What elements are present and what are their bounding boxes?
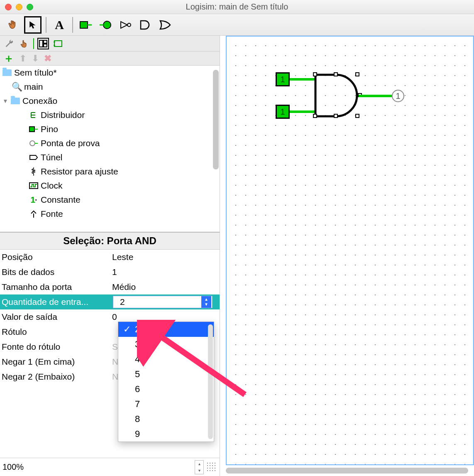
- dropdown-option[interactable]: 7: [118, 397, 214, 412]
- splitter-icon: [29, 111, 38, 119]
- selection-handle[interactable]: [334, 114, 338, 118]
- property-row-number-of-inputs[interactable]: Quantidade de entra... 2 ▲▼: [0, 294, 220, 309]
- selection-handle[interactable]: [355, 72, 359, 76]
- power-icon: [29, 210, 38, 218]
- svg-rect-8: [54, 41, 62, 47]
- tree-item-probe[interactable]: Ponta de prova: [0, 136, 220, 150]
- wire[interactable]: [359, 95, 392, 97]
- svg-point-2: [103, 21, 111, 29]
- wrench-icon[interactable]: [3, 38, 15, 49]
- zoom-value[interactable]: 100%: [2, 462, 24, 472]
- zoom-spinner[interactable]: ▴▾: [195, 460, 204, 474]
- and-gate-tool[interactable]: [137, 16, 154, 34]
- canvas-scrollbar[interactable]: [226, 468, 468, 474]
- edit-tools: ＋ ⬆ ⬇ ✖: [0, 52, 220, 66]
- library-node[interactable]: ▼ Conexão: [0, 94, 220, 108]
- property-row[interactable]: Tamanho da porta Médio: [0, 280, 220, 294]
- toolbar-separator: [46, 17, 46, 33]
- tree-item-label: Pino: [41, 124, 58, 134]
- selection-handle[interactable]: [313, 72, 317, 76]
- poke-tool[interactable]: [4, 16, 22, 34]
- tree-item-clock[interactable]: Clock: [0, 179, 220, 193]
- property-value[interactable]: Leste: [112, 252, 220, 262]
- property-value[interactable]: 1: [112, 267, 220, 277]
- tree-item-label: Constante: [41, 195, 81, 205]
- output-pin-tool[interactable]: [97, 16, 115, 34]
- pin-value: 1: [280, 75, 285, 84]
- text-tool[interactable]: A: [51, 16, 68, 34]
- resize-grip-icon[interactable]: [206, 462, 217, 473]
- tree-item-pin[interactable]: Pino: [0, 122, 220, 136]
- select-tool[interactable]: [24, 16, 42, 34]
- input-pin-tool[interactable]: [77, 16, 95, 34]
- move-down-icon[interactable]: ⬇: [32, 53, 39, 64]
- delete-icon[interactable]: ✖: [44, 53, 51, 64]
- circuit-node[interactable]: 🔍 main: [0, 80, 220, 94]
- property-label: Fonte do rótulo: [0, 342, 112, 352]
- project-label: Sem título*: [14, 68, 57, 78]
- appearance-view-icon[interactable]: [52, 38, 64, 49]
- property-label: Posição: [0, 252, 112, 262]
- svg-rect-5: [39, 40, 43, 47]
- svg-rect-11: [29, 127, 34, 132]
- zoom-bar: 100% ▴▾: [0, 458, 220, 476]
- property-value[interactable]: 0: [112, 312, 220, 322]
- svg-rect-0: [80, 22, 88, 28]
- svg-point-13: [30, 141, 35, 146]
- tree-item-label: Ponta de prova: [41, 138, 100, 148]
- selection-handle[interactable]: [313, 114, 317, 118]
- tree-item-constant[interactable]: 1• Constante: [0, 193, 220, 207]
- combobox-stepper-icon[interactable]: ▲▼: [201, 296, 211, 308]
- tree-item-power[interactable]: Fonte: [0, 207, 220, 221]
- dropdown-option[interactable]: 5: [118, 367, 214, 382]
- dropdown-option[interactable]: 8: [118, 412, 214, 427]
- project-node[interactable]: Sem título*: [0, 66, 220, 80]
- or-gate-tool[interactable]: [157, 16, 174, 34]
- tree-scrollbar[interactable]: [213, 70, 219, 169]
- output-pin[interactable]: 1: [392, 90, 404, 102]
- dropdown-option[interactable]: 2: [118, 322, 214, 337]
- not-gate-tool[interactable]: [117, 16, 134, 34]
- and-gate[interactable]: [314, 73, 359, 119]
- tree-item-splitter[interactable]: Distribuidor: [0, 108, 220, 122]
- pin-icon: [29, 125, 38, 133]
- layout-view-icon[interactable]: [37, 38, 49, 49]
- project-tools: [0, 36, 220, 52]
- property-value[interactable]: Médio: [112, 282, 220, 292]
- wire[interactable]: [290, 110, 315, 113]
- dropdown-option[interactable]: 6: [118, 382, 214, 397]
- selection-handle[interactable]: [334, 72, 338, 76]
- probe-icon: [29, 139, 38, 147]
- disclosure-triangle-icon[interactable]: ▼: [2, 98, 8, 104]
- dropdown-option[interactable]: 9: [118, 427, 214, 442]
- dropdown-scrollbar[interactable]: [208, 324, 213, 439]
- circuit-canvas[interactable]: 1 1 1: [226, 36, 474, 465]
- canvas-area: 1 1 1: [220, 36, 474, 476]
- tree-item-label: Clock: [41, 181, 63, 191]
- clock-icon: [29, 182, 38, 190]
- folder-icon: [11, 98, 20, 104]
- property-row[interactable]: Bits de dados 1: [0, 265, 220, 280]
- property-label: Negar 2 (Embaixo): [0, 372, 112, 382]
- selection-handle[interactable]: [355, 114, 359, 118]
- window-title: Logisim: main de Sem título: [0, 2, 474, 12]
- add-icon[interactable]: ＋: [3, 51, 14, 66]
- number-of-inputs-dropdown[interactable]: 2 3 4 5 6 7 8 9: [118, 321, 214, 442]
- tree-item-label: Resistor para ajuste: [41, 167, 118, 177]
- input-pin-1[interactable]: 1: [276, 72, 290, 86]
- dropdown-option[interactable]: 4: [118, 352, 214, 367]
- wire[interactable]: [290, 78, 315, 81]
- input-pin-2[interactable]: 1: [276, 105, 290, 119]
- component-tree[interactable]: Sem título* 🔍 main ▼ Conexão Distribuido…: [0, 66, 220, 232]
- number-of-inputs-combobox[interactable]: 2 ▲▼: [113, 296, 213, 308]
- svg-rect-6: [44, 40, 47, 43]
- tree-item-tunnel[interactable]: Túnel: [0, 150, 220, 164]
- tree-item-pull-resistor[interactable]: Resistor para ajuste: [0, 164, 220, 179]
- move-up-icon[interactable]: ⬆: [19, 53, 27, 64]
- dropdown-option[interactable]: 3: [118, 337, 214, 352]
- property-row[interactable]: Posição Leste: [0, 250, 220, 265]
- constant-icon: 1•: [29, 196, 38, 204]
- title-bar: Logisim: main de Sem título: [0, 0, 474, 14]
- poke-small-icon[interactable]: [18, 38, 30, 49]
- selection-header: Seleção: Porta AND: [0, 232, 220, 250]
